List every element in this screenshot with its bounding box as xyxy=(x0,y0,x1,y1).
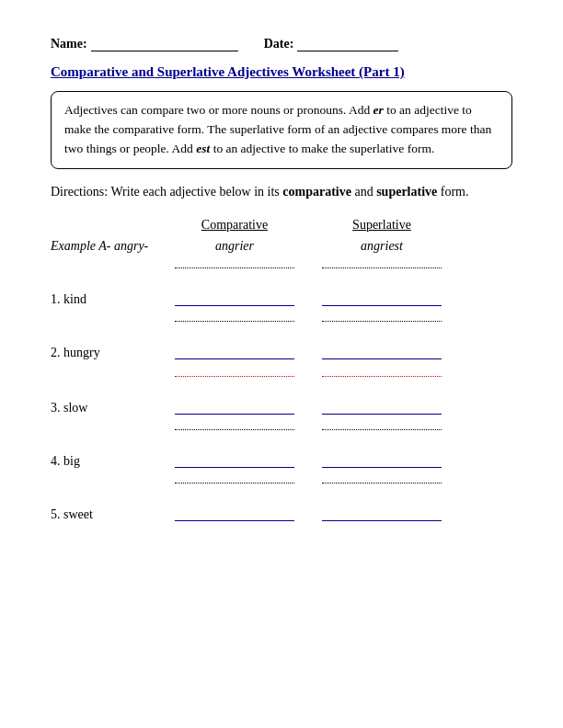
item-1-sup-line[interactable] xyxy=(322,293,442,306)
example-superlative-text: angriest xyxy=(322,239,442,254)
item-1-label: 1. kind xyxy=(51,292,161,307)
item-3-sup-dotted-line xyxy=(322,429,442,430)
item-3-row: 3. slow xyxy=(51,398,512,418)
item-1-comp-line[interactable] xyxy=(175,293,294,306)
item-4-sup-line[interactable] xyxy=(322,455,442,468)
item-1-comp-dotted xyxy=(161,318,308,324)
example-dotted-row xyxy=(51,258,512,279)
example-comp-dotted-line xyxy=(175,267,294,268)
item-3-comp-dotted xyxy=(161,427,308,433)
superlative-header: Superlative xyxy=(308,218,455,233)
example-row-group: Example A- angry- angrier angriest xyxy=(51,236,512,279)
example-sup-dotted-line xyxy=(322,267,442,268)
item-2-group: 2. hungry xyxy=(51,336,512,363)
item-4-sup-dotted-line xyxy=(322,483,442,483)
date-label: Date: xyxy=(264,37,294,51)
item-3-label: 3. slow xyxy=(51,401,161,415)
item-4-sup-dotted xyxy=(308,480,455,486)
item-2-red-dotted-row xyxy=(51,367,512,387)
item-3-group: 3. slow xyxy=(51,391,512,440)
item-2-comp-red-dotted-line xyxy=(175,376,294,377)
item-1-comp-col xyxy=(161,290,308,309)
date-field[interactable] xyxy=(297,51,398,51)
item-4-sup-col xyxy=(308,452,455,471)
item-3-sup-col xyxy=(308,399,455,417)
item-2-comp-line[interactable] xyxy=(175,347,294,359)
info-text-1: Adjectives can compare two or more nouns… xyxy=(64,103,491,155)
item-3-sup-line[interactable] xyxy=(322,402,442,415)
example-comparative-text: angrier xyxy=(175,239,294,254)
item-1-sup-dotted xyxy=(308,318,455,324)
example-comparative-col: angrier xyxy=(161,239,308,254)
item-3-comp-col xyxy=(161,399,308,417)
item-5-sup-line[interactable] xyxy=(322,508,442,521)
example-sup-dotted xyxy=(308,265,455,271)
info-box: Adjectives can compare two or more nouns… xyxy=(51,91,512,169)
item-3-dotted-row xyxy=(51,420,512,440)
worksheet-title: Comparative and Superlative Adjectives W… xyxy=(51,64,512,80)
item-4-row: 4. big xyxy=(51,451,512,472)
directions-prefix: Directions: Write each adjective below i… xyxy=(51,185,468,199)
example-superlative-col: angriest xyxy=(308,239,455,254)
item-2-sup-line[interactable] xyxy=(322,347,442,359)
item-3-sup-dotted xyxy=(308,427,455,433)
item-2-sup-red-dotted xyxy=(308,373,455,380)
item-2-sup-col xyxy=(308,344,455,362)
item-4-label: 4. big xyxy=(51,454,161,469)
item-1-comp-dotted-line xyxy=(175,321,294,322)
item-1-sup-dotted-line xyxy=(322,321,442,322)
item-2-label: 2. hungry xyxy=(51,346,161,360)
item-1-group: 1. kind xyxy=(51,282,512,332)
item-3-comp-dotted-line xyxy=(175,429,294,430)
name-label: Name: xyxy=(51,37,87,51)
item-4-comp-col xyxy=(161,452,308,471)
item-2-comp-red-dotted xyxy=(161,373,308,380)
item-2-comp-col xyxy=(161,344,308,362)
example-row: Example A- angry- angrier angriest xyxy=(51,236,512,256)
comparative-header: Comparative xyxy=(161,218,308,233)
example-comp-dotted xyxy=(161,265,308,271)
item-4-group: 4. big xyxy=(51,444,512,494)
item-1-row: 1. kind xyxy=(51,290,512,310)
columns-header: Comparative Superlative xyxy=(161,218,512,233)
item-2-row: 2. hungry xyxy=(51,343,512,363)
item-4-comp-dotted-line xyxy=(175,483,294,483)
item-4-dotted-row xyxy=(51,473,512,494)
example-label: Example A- angry- xyxy=(51,239,161,254)
name-field[interactable] xyxy=(91,51,238,51)
item-5-row: 5. sweet xyxy=(51,505,512,525)
item-5-comp-line[interactable] xyxy=(175,508,294,521)
item-4-comp-dotted xyxy=(161,480,308,486)
item-5-sup-col xyxy=(308,506,455,524)
directions: Directions: Write each adjective below i… xyxy=(51,182,512,201)
item-1-dotted-row xyxy=(51,312,512,332)
header-row: Name: Date: xyxy=(51,37,512,51)
item-5-comp-col xyxy=(161,506,308,524)
item-3-comp-line[interactable] xyxy=(175,402,294,415)
item-5-label: 5. sweet xyxy=(51,507,161,522)
item-5-group: 5. sweet xyxy=(51,497,512,525)
item-2-sup-red-dotted-line xyxy=(322,376,442,377)
item-4-comp-line[interactable] xyxy=(175,455,294,468)
item-1-sup-col xyxy=(308,290,455,309)
